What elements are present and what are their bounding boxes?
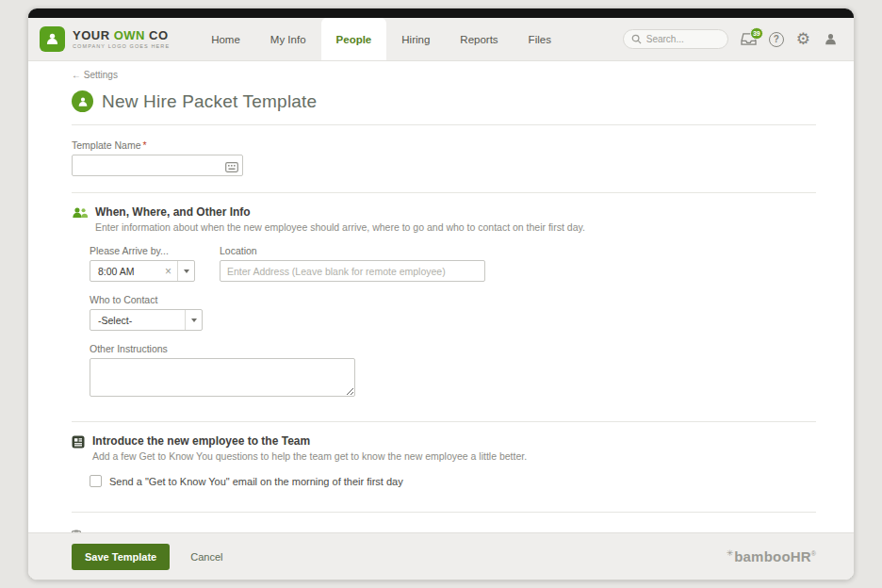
account-icon [823,31,839,47]
main-content: ← Settings New Hire Packet Template Temp… [28,61,854,532]
location-field: Location [220,245,485,282]
arrive-field: Please Arrive by... 8:00 AM × [90,245,195,282]
search-box[interactable] [623,29,728,49]
instructions-textarea[interactable] [90,358,355,397]
bamboo-leaf-icon: ✳ [727,548,734,558]
contact-field: Who to Contact -Select- [90,294,203,331]
brand-your: YOUR [73,28,110,42]
arrive-label: Please Arrive by... [90,245,195,256]
brand-text: YOUR OWN CO COMPANY LOGO GOES HERE [73,29,170,50]
arrive-caret[interactable] [177,261,194,281]
location-label: Location [220,245,485,256]
header: YOUR OWN CO COMPANY LOGO GOES HERE Home … [28,18,854,61]
chevron-down-icon [191,318,197,322]
clear-icon[interactable]: × [159,265,177,278]
divider [72,512,816,513]
gear-icon: ⚙ [796,31,810,47]
when-where-fields: Please Arrive by... 8:00 AM × Location W… [90,245,816,400]
instructions-label: Other Instructions [90,343,355,354]
breadcrumb[interactable]: ← Settings [72,70,816,80]
header-actions: 39 ? ⚙ [623,18,854,60]
contact-label: Who to Contact [90,294,203,305]
introduce-subtitle: Add a few Get to Know You questions to h… [92,450,527,462]
main-nav: Home My Info People Hiring Reports Files [196,18,566,60]
nav-item-my-info[interactable]: My Info [255,18,321,60]
contact-value: -Select- [90,315,139,326]
template-name-label: Template Name* [72,139,816,151]
divider [72,192,816,193]
bamboohr-wordmark: bambooHR [734,548,811,564]
chevron-down-icon [184,270,189,273]
logo-person-icon [40,26,65,52]
company-logo[interactable]: YOUR OWN CO COMPANY LOGO GOES HERE [28,18,179,60]
save-template-button[interactable]: Save Template [72,544,170,570]
account-button[interactable] [823,31,839,47]
keyboard-icon[interactable] [225,159,238,176]
when-where-section-header: When, Where, and Other Info Enter inform… [72,205,816,233]
notification-badge: 39 [750,27,763,40]
nav-item-people[interactable]: People [321,18,387,60]
cancel-button[interactable]: Cancel [190,551,222,563]
divider [72,421,816,422]
template-name-block: Template Name* [72,139,816,176]
footer: Save Template Cancel ✳ bambooHR ® [28,532,854,580]
template-name-input[interactable] [72,155,243,176]
nav-item-home[interactable]: Home [196,18,255,60]
instructions-field: Other Instructions [90,343,355,400]
nav-item-files[interactable]: Files [514,18,566,60]
group-people-icon [72,206,88,233]
newspaper-icon [72,435,85,462]
divider [72,124,816,125]
page-title: New Hire Packet Template [102,91,317,112]
help-icon: ? [769,32,784,47]
settings-button[interactable]: ⚙ [796,31,810,47]
when-where-title: When, Where, and Other Info [95,205,585,219]
registered-mark: ® [811,550,816,557]
app-window: YOUR OWN CO COMPANY LOGO GOES HERE Home … [27,8,855,580]
brand-tagline: COMPANY LOGO GOES HERE [73,44,170,50]
nav-item-hiring[interactable]: Hiring [386,18,445,60]
back-arrow-icon: ← [72,70,81,80]
person-circle-icon [72,90,93,112]
contact-select[interactable]: -Select- [90,309,203,331]
brand-co: CO [149,28,169,42]
search-icon [631,31,642,48]
get-to-know-checkbox[interactable] [90,475,102,487]
introduce-title: Introduce the new employee to the Team [92,434,527,448]
inbox-button[interactable]: 39 [741,32,757,46]
contact-caret[interactable] [185,310,202,330]
nav-item-reports[interactable]: Reports [445,18,513,60]
search-input[interactable] [646,34,722,44]
when-where-subtitle: Enter information about when the new emp… [95,221,585,233]
help-button[interactable]: ? [769,32,784,47]
arrive-time-select[interactable]: 8:00 AM × [90,260,195,282]
brand-own: OWN [114,28,145,42]
breadcrumb-label: Settings [84,70,118,80]
required-mark: * [143,139,147,151]
get-to-know-row: Send a "Get to Know You" email on the mo… [90,475,816,487]
location-input[interactable] [220,260,485,282]
introduce-section-header: Introduce the new employee to the Team A… [72,434,816,462]
arrive-time-value: 8:00 AM [90,266,142,277]
get-to-know-label[interactable]: Send a "Get to Know You" email on the mo… [109,476,403,487]
page-title-row: New Hire Packet Template [72,90,816,112]
top-strip [28,8,854,18]
bamboohr-logo: ✳ bambooHR ® [727,548,816,564]
